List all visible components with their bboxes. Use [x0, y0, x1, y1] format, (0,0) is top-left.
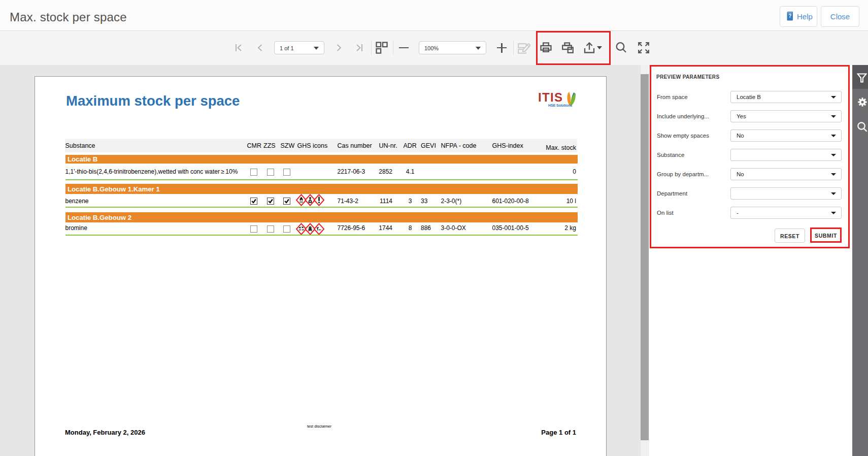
svg-text:?: ? [788, 13, 791, 19]
